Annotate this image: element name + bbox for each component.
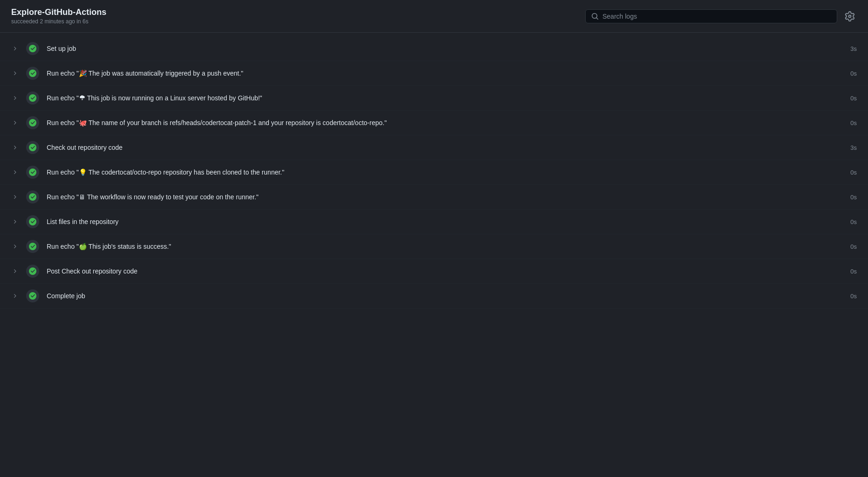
status-icon: [26, 215, 39, 228]
job-label: Run echo "🍏 This job's status is success…: [47, 243, 843, 250]
chevron-right-icon: [11, 219, 19, 224]
chevron-right-icon: [11, 95, 19, 101]
status-icon: [26, 91, 39, 105]
job-item[interactable]: Run echo "🖥 The workflow is now ready to…: [0, 185, 868, 210]
job-item[interactable]: Check out repository code3s: [0, 135, 868, 160]
job-duration: 3s: [850, 45, 857, 52]
job-label: Complete job: [47, 292, 843, 300]
job-label: Post Check out repository code: [47, 267, 843, 275]
job-item[interactable]: Run echo "🍏 This job's status is success…: [0, 234, 868, 259]
page-subtitle: succeeded 2 minutes ago in 6s: [11, 18, 106, 25]
job-label: Run echo "🌩 This job is now running on a…: [47, 94, 843, 102]
job-label: Run echo "🎉 The job was automatically tr…: [47, 70, 843, 77]
job-duration: 0s: [850, 169, 857, 176]
status-icon: [26, 67, 39, 80]
search-icon: [591, 13, 599, 20]
job-label: Check out repository code: [47, 144, 843, 151]
chevron-right-icon: [11, 120, 19, 126]
search-input[interactable]: [602, 13, 831, 20]
status-icon: [26, 141, 39, 154]
header-right: [585, 9, 857, 23]
job-item[interactable]: Run echo "🌩 This job is now running on a…: [0, 86, 868, 111]
job-label: Run echo "🐙 The name of your branch is r…: [47, 119, 843, 126]
job-item[interactable]: Set up job3s: [0, 36, 868, 61]
chevron-right-icon: [11, 268, 19, 274]
chevron-right-icon: [11, 46, 19, 51]
chevron-right-icon: [11, 244, 19, 249]
status-icon: [26, 166, 39, 179]
job-label: List files in the repository: [47, 218, 843, 225]
job-duration: 0s: [850, 95, 857, 102]
gear-button[interactable]: [843, 9, 857, 23]
chevron-right-icon: [11, 194, 19, 200]
chevron-right-icon: [11, 169, 19, 175]
job-duration: 0s: [850, 70, 857, 77]
status-icon: [26, 190, 39, 203]
job-item[interactable]: Run echo "💡 The codertocat/octo-repo rep…: [0, 160, 868, 185]
job-item[interactable]: Complete job0s: [0, 284, 868, 309]
status-icon: [26, 116, 39, 129]
job-item[interactable]: Run echo "🎉 The job was automatically tr…: [0, 61, 868, 86]
chevron-right-icon: [11, 145, 19, 150]
header-left: Explore-GitHub-Actions succeeded 2 minut…: [11, 7, 106, 25]
page-title: Explore-GitHub-Actions: [11, 7, 106, 17]
job-duration: 0s: [850, 119, 857, 126]
job-label: Run echo "💡 The codertocat/octo-repo rep…: [47, 168, 843, 176]
job-duration: 0s: [850, 218, 857, 225]
status-icon: [26, 289, 39, 302]
job-item[interactable]: List files in the repository0s: [0, 210, 868, 234]
job-duration: 0s: [850, 194, 857, 201]
search-box[interactable]: [585, 9, 837, 23]
job-item[interactable]: Run echo "🐙 The name of your branch is r…: [0, 111, 868, 135]
gear-icon: [845, 11, 855, 21]
status-icon: [26, 265, 39, 278]
page-header: Explore-GitHub-Actions succeeded 2 minut…: [0, 0, 868, 33]
chevron-right-icon: [11, 293, 19, 299]
job-duration: 0s: [850, 268, 857, 275]
job-duration: 0s: [850, 293, 857, 300]
job-list: Set up job3sRun echo "🎉 The job was auto…: [0, 33, 868, 312]
status-icon: [26, 42, 39, 55]
job-label: Set up job: [47, 45, 843, 52]
job-duration: 0s: [850, 243, 857, 250]
job-item[interactable]: Post Check out repository code0s: [0, 259, 868, 284]
status-icon: [26, 240, 39, 253]
job-duration: 3s: [850, 144, 857, 151]
job-label: Run echo "🖥 The workflow is now ready to…: [47, 193, 843, 201]
chevron-right-icon: [11, 70, 19, 76]
